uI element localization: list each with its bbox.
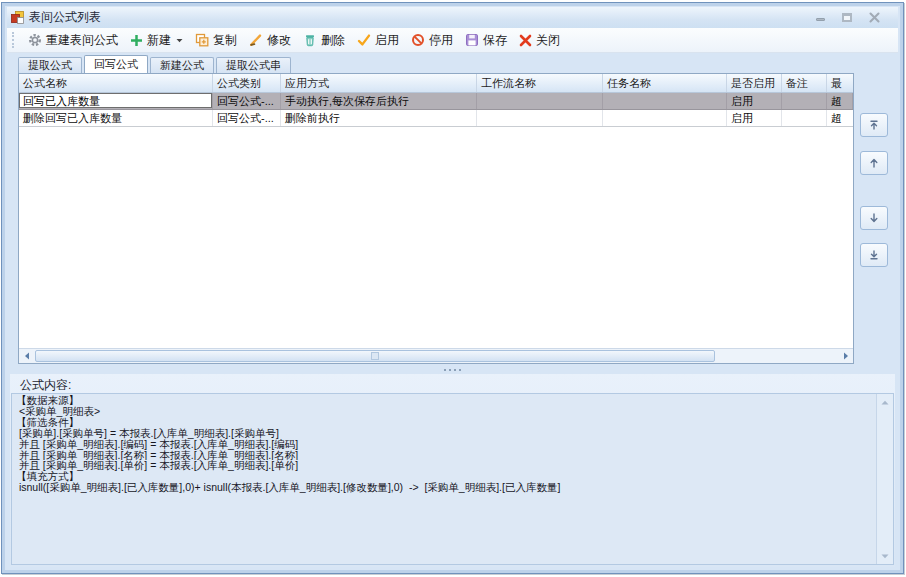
disable-button[interactable]: 停用 xyxy=(405,30,459,51)
formula-line: isnull([采购单_明细表].[已入库数量],0)+ isnull(本报表.… xyxy=(16,482,873,493)
move-top-icon xyxy=(868,119,880,131)
scroll-up-arrow-icon[interactable] xyxy=(877,394,893,410)
cell[interactable]: 删除回写已入库数量 xyxy=(19,110,213,126)
cell[interactable]: 超 xyxy=(827,93,853,109)
cell[interactable]: 手动执行,每次保存后执行 xyxy=(281,93,477,109)
move-top-button[interactable] xyxy=(860,113,888,137)
cell-editor[interactable]: 回写已入库数量 xyxy=(19,93,212,108)
table-header: 公式名称 公式类别 应用方式 工作流名称 任务名称 是否启用 备注 最 xyxy=(19,74,853,93)
enable-label: 启用 xyxy=(375,32,399,49)
move-up-icon xyxy=(868,157,880,169)
copy-button[interactable]: 复制 xyxy=(189,30,243,51)
close-window-icon xyxy=(869,12,880,23)
close-icon xyxy=(519,34,532,47)
screen: 表间公式列表 重建表间公式 新建 xyxy=(0,0,906,577)
formula-line: 【填充方式】 xyxy=(16,471,873,482)
splitter[interactable] xyxy=(7,365,898,374)
cell[interactable]: 超 xyxy=(827,110,853,126)
col-workflow-name[interactable]: 工作流名称 xyxy=(477,74,603,92)
formula-table: 公式名称 公式类别 应用方式 工作流名称 任务名称 是否启用 备注 最 回写已入… xyxy=(18,73,854,364)
move-down-button[interactable] xyxy=(860,206,888,230)
scroll-down-arrow-icon[interactable] xyxy=(877,548,893,564)
edit-button[interactable]: 修改 xyxy=(243,30,297,51)
app-icon xyxy=(11,11,24,24)
formula-line: <采购单_明细表> xyxy=(16,406,873,417)
col-formula-type[interactable]: 公式类别 xyxy=(213,74,281,92)
cell[interactable] xyxy=(603,110,727,126)
formula-line: 【筛选条件】 xyxy=(16,417,873,428)
cell[interactable] xyxy=(603,93,727,109)
col-task-name[interactable]: 任务名称 xyxy=(603,74,727,92)
formula-line: 并且 [采购单_明细表].[名称] = 本报表.[入库单_明细表].[名称] xyxy=(16,450,873,461)
tab-new-formula[interactable]: 新建公式 xyxy=(150,57,214,73)
horizontal-scroll-thumb[interactable] xyxy=(35,350,715,362)
gear-icon xyxy=(28,33,42,47)
titlebar: 表间公式列表 xyxy=(7,7,898,28)
close-label: 关闭 xyxy=(536,32,560,49)
col-remark[interactable]: 备注 xyxy=(782,74,827,92)
horizontal-scrollbar[interactable] xyxy=(19,348,853,363)
chevron-down-icon[interactable] xyxy=(176,38,183,43)
rebuild-formulas-button[interactable]: 重建表间公式 xyxy=(22,30,124,51)
close-window-button[interactable] xyxy=(866,11,882,25)
formula-panel: 公式内容: 【数据来源】 <采购单_明细表> 【筛选条件】 [采购单].[采购单… xyxy=(10,374,895,567)
maximize-button[interactable] xyxy=(839,11,855,25)
cell[interactable]: 回写公式-... xyxy=(213,110,281,126)
save-icon xyxy=(465,33,479,47)
move-bottom-icon xyxy=(868,249,880,261)
col-last-modified[interactable]: 最 xyxy=(827,74,853,92)
edit-label: 修改 xyxy=(267,32,291,49)
table-row[interactable]: 回写已入库数量 回写公式-... 手动执行,每次保存后执行 启用 超 xyxy=(19,93,853,110)
formula-line: 并且 [采购单_明细表].[单价] = 本报表.[入库单_明细表].[单价] xyxy=(16,460,873,471)
cell[interactable] xyxy=(782,93,827,109)
toolbar-grip xyxy=(12,32,16,48)
plus-icon xyxy=(130,34,143,47)
tabstrip: 提取公式 回写公式 新建公式 提取公式串 xyxy=(18,56,293,73)
tab-extract-formula[interactable]: 提取公式 xyxy=(18,57,82,73)
cell[interactable]: 启用 xyxy=(727,93,782,109)
delete-button[interactable]: 删除 xyxy=(297,30,351,51)
scroll-left-arrow-icon[interactable] xyxy=(19,349,34,363)
trash-icon xyxy=(303,33,317,47)
window-title: 表间公式列表 xyxy=(29,9,101,26)
toolbar: 重建表间公式 新建 复制 修改 xyxy=(7,28,898,53)
table-row[interactable]: 删除回写已入库数量 回写公式-... 删除前执行 启用 超 xyxy=(19,110,853,127)
col-apply-mode[interactable]: 应用方式 xyxy=(281,74,477,92)
delete-label: 删除 xyxy=(321,32,345,49)
tab-extract-formula-chain[interactable]: 提取公式串 xyxy=(216,57,291,73)
move-bottom-button[interactable] xyxy=(860,243,888,267)
ban-icon xyxy=(411,33,425,47)
cell[interactable]: 删除前执行 xyxy=(281,110,477,126)
close-button[interactable]: 关闭 xyxy=(513,30,566,51)
maximize-icon xyxy=(842,13,852,22)
rebuild-formulas-label: 重建表间公式 xyxy=(46,32,118,49)
formula-panel-label: 公式内容: xyxy=(10,374,895,393)
cell[interactable]: 启用 xyxy=(727,110,782,126)
scroll-right-arrow-icon[interactable] xyxy=(838,349,853,363)
enable-button[interactable]: 启用 xyxy=(351,30,405,51)
save-label: 保存 xyxy=(483,32,507,49)
check-icon xyxy=(357,33,371,47)
tab-writeback-formula[interactable]: 回写公式 xyxy=(84,55,148,73)
pencil-icon xyxy=(249,33,263,47)
new-button[interactable]: 新建 xyxy=(124,30,189,51)
move-up-button[interactable] xyxy=(860,151,888,175)
copy-icon xyxy=(195,33,209,47)
minimize-button[interactable] xyxy=(812,11,828,25)
new-label: 新建 xyxy=(147,32,171,49)
minimize-icon xyxy=(816,18,825,21)
col-formula-name[interactable]: 公式名称 xyxy=(19,74,213,92)
cell[interactable]: 回写公式-... xyxy=(213,93,281,109)
cell[interactable] xyxy=(782,110,827,126)
col-enabled[interactable]: 是否启用 xyxy=(727,74,782,92)
formula-line: 【数据来源】 xyxy=(16,395,873,406)
formula-content[interactable]: 【数据来源】 <采购单_明细表> 【筛选条件】 [采购单].[采购单号] = 本… xyxy=(11,393,894,565)
formula-line: 并且 [采购单_明细表].[编码] = 本报表.[入库单_明细表].[编码] xyxy=(16,439,873,450)
formula-list-window: 表间公式列表 重建表间公式 新建 xyxy=(1,2,904,574)
save-button[interactable]: 保存 xyxy=(459,30,513,51)
move-down-icon xyxy=(868,212,880,224)
cell[interactable] xyxy=(477,93,603,109)
vertical-scrollbar[interactable] xyxy=(876,394,893,564)
formula-line: [采购单].[采购单号] = 本报表.[入库单_明细表].[采购单号] xyxy=(16,428,873,439)
cell[interactable] xyxy=(477,110,603,126)
